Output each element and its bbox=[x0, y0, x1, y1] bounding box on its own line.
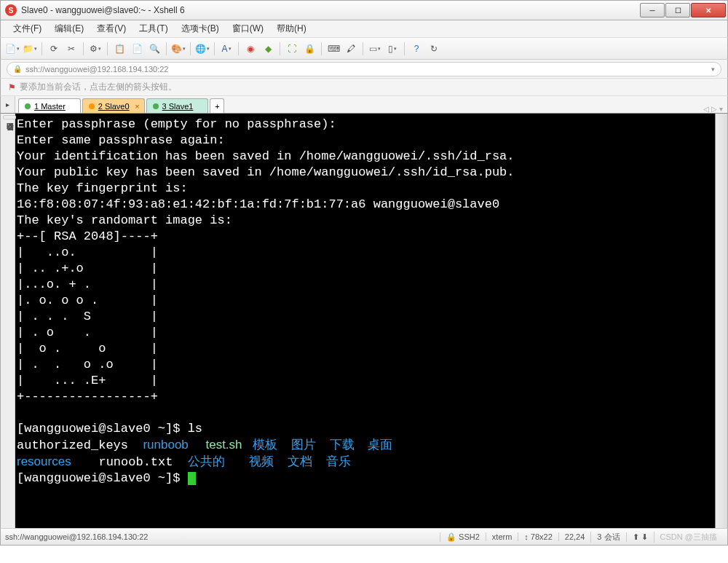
flag-icon: ⚑ bbox=[8, 82, 16, 92]
disconnect-icon[interactable]: ✂ bbox=[64, 42, 79, 56]
maximize-button[interactable]: ☐ bbox=[665, 3, 690, 17]
status-address: ssh://wangguowei@192.168.194.130:22 bbox=[5, 532, 440, 541]
color-scheme-button[interactable]: 🎨 bbox=[171, 42, 186, 56]
tab-master[interactable]: 1 Master bbox=[18, 98, 81, 113]
tab-slave0[interactable]: 2 Slave0 bbox=[82, 98, 145, 113]
status-dot-icon bbox=[25, 103, 31, 109]
session-tabs: 1 Master 2 Slave0 3 Slave1 + ◁ ▷ ▾ bbox=[15, 96, 727, 113]
globe-button[interactable]: 🌐 bbox=[195, 42, 210, 56]
session-tabs-row: ▸ 1 Master 2 Slave0 3 Slave1 + ◁ ▷ ▾ bbox=[0, 96, 728, 114]
menu-edit[interactable]: 编辑(E) bbox=[48, 23, 90, 35]
new-tab-button[interactable]: + bbox=[210, 98, 224, 113]
menu-window[interactable]: 窗口(W) bbox=[226, 23, 270, 35]
terminal-wrap: Enter passphrase (empty for no passphras… bbox=[0, 114, 728, 528]
copy-icon[interactable]: 📋 bbox=[112, 42, 127, 56]
update-icon[interactable]: ↻ bbox=[427, 42, 441, 56]
reconnect-icon[interactable]: ⟳ bbox=[47, 42, 61, 56]
session-manager-label[interactable]: 会话管理器 bbox=[3, 115, 16, 119]
status-protocol: 🔒SSH2 bbox=[440, 532, 486, 542]
toolbar: 📄 📁 ⟳ ✂ ⚙ 📋 📄 🔍 🎨 🌐 A ◉ ◆ ⛶ 🔒 ⌨ 🖍 ▭ ▯ ? … bbox=[0, 38, 728, 60]
menu-file[interactable]: 文件(F) bbox=[7, 23, 48, 35]
status-dot-icon bbox=[153, 103, 159, 109]
menubar: 文件(F) 编辑(E) 查看(V) 工具(T) 选项卡(B) 窗口(W) 帮助(… bbox=[0, 20, 728, 38]
status-sessions: 3 会话 bbox=[590, 532, 625, 543]
window-title: Slave0 - wangguowei@slave0:~ - Xshell 6 bbox=[21, 5, 640, 15]
terminal-scrollbar[interactable] bbox=[715, 114, 727, 528]
watermark: CSDN @三抽搐 bbox=[654, 532, 723, 543]
layout-v-button[interactable]: ▯ bbox=[385, 42, 400, 56]
paste-icon[interactable]: 📄 bbox=[130, 42, 144, 56]
sidebar-handle[interactable]: ▸ bbox=[1, 96, 15, 113]
hint-row: ⚑ 要添加当前会话，点击左侧的箭头按钮。 bbox=[0, 79, 728, 96]
close-button[interactable]: ✕ bbox=[691, 3, 726, 17]
layout-h-button[interactable]: ▭ bbox=[368, 42, 382, 56]
titlebar: S Slave0 - wangguowei@slave0:~ - Xshell … bbox=[0, 0, 728, 20]
status-cursor: 22,24 bbox=[558, 532, 591, 541]
status-extra: ⬆ ⬇ bbox=[626, 532, 654, 542]
tab-label: 2 Slave0 bbox=[98, 102, 130, 111]
lock-icon[interactable]: 🔒 bbox=[302, 42, 317, 56]
addressbar-row: 🔒 ssh://wangguowei@192.168.194.130:22 ▾ bbox=[0, 60, 728, 79]
lock-icon: 🔒 bbox=[13, 65, 22, 73]
address-input[interactable]: 🔒 ssh://wangguowei@192.168.194.130:22 ▾ bbox=[7, 62, 721, 76]
app-icon: S bbox=[5, 4, 17, 16]
hint-text: 要添加当前会话，点击左侧的箭头按钮。 bbox=[20, 81, 177, 93]
open-button[interactable]: 📁 bbox=[23, 42, 37, 56]
terminal[interactable]: Enter passphrase (empty for no passphras… bbox=[15, 114, 715, 528]
highlight-icon[interactable]: 🖍 bbox=[344, 42, 358, 56]
menu-tab[interactable]: 选项卡(B) bbox=[175, 23, 226, 35]
font-button[interactable]: A bbox=[219, 42, 234, 56]
tab-label: 3 Slave1 bbox=[162, 102, 194, 111]
menu-view[interactable]: 查看(V) bbox=[90, 23, 132, 35]
properties-button[interactable]: ⚙ bbox=[88, 42, 103, 56]
find-icon[interactable]: 🔍 bbox=[147, 42, 162, 56]
status-termtype: xterm bbox=[486, 532, 518, 541]
menu-help[interactable]: 帮助(H) bbox=[270, 23, 313, 35]
address-text: ssh://wangguowei@192.168.194.130:22 bbox=[25, 65, 168, 74]
fullscreen-icon[interactable]: ⛶ bbox=[285, 42, 299, 56]
sidebar-gutter[interactable] bbox=[1, 114, 15, 528]
help-icon[interactable]: ? bbox=[409, 42, 424, 56]
statusbar: ssh://wangguowei@192.168.194.130:22 🔒SSH… bbox=[0, 528, 728, 546]
xagent-icon[interactable]: ◆ bbox=[261, 42, 275, 56]
tab-scroll-arrows[interactable]: ◁ ▷ ▾ bbox=[699, 105, 727, 113]
window-controls: ─ ☐ ✕ bbox=[640, 3, 726, 17]
new-session-button[interactable]: 📄 bbox=[5, 42, 20, 56]
status-dot-icon bbox=[89, 103, 95, 109]
xshell-icon[interactable]: ◉ bbox=[243, 42, 258, 56]
tab-label: 1 Master bbox=[34, 102, 66, 111]
tab-slave1[interactable]: 3 Slave1 bbox=[146, 98, 209, 113]
minimize-button[interactable]: ─ bbox=[640, 3, 665, 17]
status-size: ↕78x22 bbox=[518, 532, 558, 541]
menu-tools[interactable]: 工具(T) bbox=[132, 23, 174, 35]
keyboard-icon[interactable]: ⌨ bbox=[326, 42, 341, 56]
